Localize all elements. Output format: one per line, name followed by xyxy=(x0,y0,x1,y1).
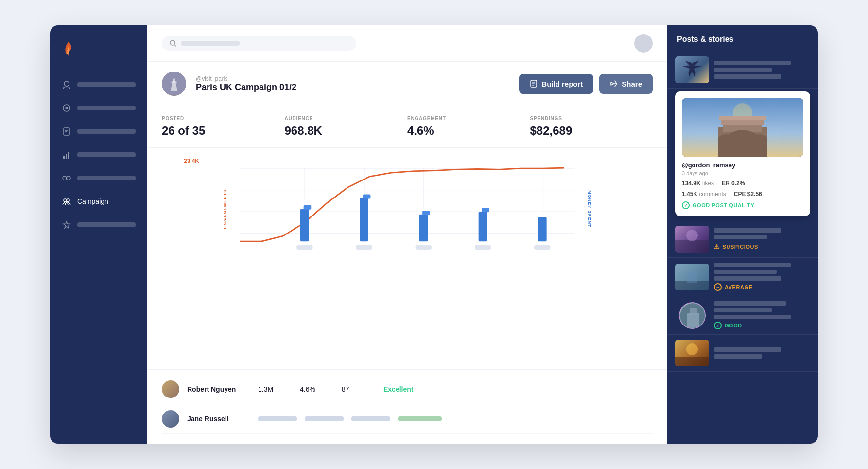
featured-time: 3 days ago xyxy=(682,170,803,176)
share-button[interactable]: Share xyxy=(599,74,653,94)
stat-engagement-label: ENGAGEMENT xyxy=(407,116,530,121)
sidebar-item-explore[interactable] xyxy=(55,97,142,119)
svg-point-12 xyxy=(67,199,69,202)
sidebar-label-placeholder xyxy=(77,106,136,110)
svg-rect-37 xyxy=(422,211,430,215)
stat-spendings-value: $82,689 xyxy=(530,124,653,138)
svg-rect-34 xyxy=(363,195,371,199)
post-meta-1 xyxy=(714,61,810,79)
svg-point-11 xyxy=(64,199,67,202)
header xyxy=(147,25,667,62)
search-bar[interactable] xyxy=(162,36,356,51)
svg-rect-31 xyxy=(304,205,312,210)
influencer-quality-robert: Excellent xyxy=(383,385,413,393)
svg-rect-64 xyxy=(690,308,697,315)
sidebar-item-compare[interactable] xyxy=(55,167,142,189)
stat-audience: AUDIENCE 968.8K xyxy=(285,116,408,138)
post-item-4: ~ AVERAGE xyxy=(667,258,818,296)
campaign-avatar-image xyxy=(162,72,186,96)
influencer-metric2-robert: 4.6% xyxy=(300,385,334,393)
campaign-actions: Build report Share xyxy=(519,74,653,94)
sidebar-item-analytics[interactable] xyxy=(55,74,142,95)
awards-icon xyxy=(62,220,71,230)
meta-bar xyxy=(714,276,781,281)
sidebar-label-placeholder xyxy=(77,152,136,157)
suspicious-label: SUSPICIOUS xyxy=(723,244,758,250)
influencer-bar1-jane xyxy=(258,416,297,421)
sidebar-item-campaign[interactable]: Campaign xyxy=(55,191,142,212)
quality-badge-good: ✓ GOOD POST QUALITY xyxy=(682,201,803,209)
featured-comments: 1.45K comments xyxy=(682,191,726,198)
svg-point-9 xyxy=(63,176,67,180)
average-label: AVERAGE xyxy=(725,284,752,290)
app-container: Campaign xyxy=(50,25,818,444)
svg-rect-40 xyxy=(482,208,489,212)
sidebar-item-reports[interactable] xyxy=(55,121,142,142)
reports-icon xyxy=(62,126,71,136)
build-report-label: Build report xyxy=(541,80,583,88)
build-report-button[interactable]: Build report xyxy=(519,74,593,94)
stat-audience-label: AUDIENCE xyxy=(285,116,408,121)
featured-cpe: CPE $2.56 xyxy=(734,191,762,198)
sidebar-label-placeholder xyxy=(77,176,136,180)
build-report-icon xyxy=(530,80,538,88)
featured-er: ER 0.2% xyxy=(722,180,745,187)
meta-bar xyxy=(714,263,791,267)
post-thumb-5-wrapper xyxy=(675,302,709,329)
right-panel: Posts & stories xyxy=(667,25,818,444)
stat-posted-label: POSTED xyxy=(162,116,285,121)
meta-bar xyxy=(714,270,777,274)
quality-check-icon: ✓ xyxy=(682,201,690,209)
influencer-metric3-robert: 87 xyxy=(342,385,376,393)
svg-rect-30 xyxy=(300,209,309,242)
featured-comments-label: comments xyxy=(699,191,726,198)
influencer-name-jane: Jane Russell xyxy=(187,415,250,423)
quality-good-icon: ✓ xyxy=(714,322,722,329)
svg-rect-42 xyxy=(538,217,547,241)
campaign-name: Paris UK Campaign 01/2 xyxy=(196,82,509,92)
user-avatar[interactable] xyxy=(634,34,653,53)
post-image-street xyxy=(675,264,709,290)
svg-point-58 xyxy=(686,230,698,241)
sidebar-item-charts[interactable] xyxy=(55,144,142,165)
svg-rect-47 xyxy=(534,245,550,250)
influencer-row-jane: Jane Russell xyxy=(162,404,653,434)
meta-bar xyxy=(714,347,781,352)
svg-point-0 xyxy=(64,81,69,86)
svg-rect-6 xyxy=(63,156,65,159)
svg-rect-45 xyxy=(416,245,432,250)
stat-spendings-label: SPENDINGS xyxy=(530,116,653,121)
post-item-1 xyxy=(667,52,818,89)
campaign-nav-label: Campaign xyxy=(77,198,108,205)
share-label: Share xyxy=(622,80,642,88)
post-image-bird xyxy=(675,56,709,83)
post-item-6 xyxy=(667,335,818,372)
sidebar-item-awards[interactable] xyxy=(55,214,142,235)
post-thumb-6 xyxy=(675,340,709,366)
flame-icon xyxy=(60,40,77,57)
featured-stats: 134.9K likes ER 0.2% xyxy=(682,180,803,187)
post-meta-5: ✓ GOOD xyxy=(714,301,810,329)
chart-svg: 2 18 2 4 xyxy=(181,158,633,255)
svg-rect-39 xyxy=(479,212,487,241)
sidebar: Campaign xyxy=(50,25,147,444)
good-label: GOOD xyxy=(725,323,742,328)
svg-text:4: 4 xyxy=(482,202,485,208)
arc-de-triomphe-image xyxy=(682,98,803,157)
meta-bar xyxy=(714,74,781,79)
post-thumb-3 xyxy=(675,226,709,253)
campaign-icon xyxy=(62,197,71,206)
svg-point-66 xyxy=(686,343,698,355)
quality-badge-average: ~ AVERAGE xyxy=(714,283,810,291)
featured-stats-2: 1.45K comments CPE $2.56 xyxy=(682,191,803,198)
influencer-row: Robert Nguyen 1.3M 4.6% 87 Excellent xyxy=(162,375,653,404)
influencer-bar2-jane xyxy=(305,416,344,421)
svg-rect-33 xyxy=(360,198,368,241)
featured-er-value: ER 0.2% xyxy=(722,180,745,187)
svg-rect-61 xyxy=(687,271,697,283)
influencer-metric1-robert: 1.3M xyxy=(258,385,292,393)
svg-text:18: 18 xyxy=(362,189,367,194)
meta-bar xyxy=(714,301,786,306)
svg-text:MONEY SPENT: MONEY SPENT xyxy=(587,190,592,228)
influencer-name-robert: Robert Nguyen xyxy=(187,385,250,393)
